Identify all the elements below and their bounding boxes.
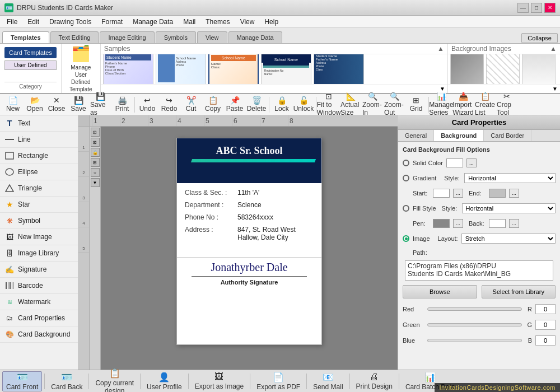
tab-image-editing[interactable]: Image Editing bbox=[100, 31, 154, 43]
crop-tool-btn[interactable]: ✂Crop Tool bbox=[496, 95, 517, 114]
tool-new-image[interactable]: 🖼 New Image bbox=[0, 229, 78, 245]
print-design-btn[interactable]: 🖨 Print Design bbox=[352, 371, 396, 391]
side-tool-4[interactable]: ⊞ bbox=[91, 158, 100, 167]
r-input[interactable] bbox=[535, 304, 556, 314]
back-dots[interactable]: ... bbox=[509, 219, 519, 228]
tool-triangle[interactable]: Triangle bbox=[0, 180, 78, 197]
back-color[interactable] bbox=[489, 219, 506, 228]
browse-btn[interactable]: Browse bbox=[403, 285, 477, 298]
tool-watermark[interactable]: ≋ Watermark bbox=[0, 294, 78, 310]
green-slider[interactable] bbox=[427, 323, 522, 326]
close-btn[interactable]: ✕ bbox=[544, 3, 556, 13]
fill-style-select[interactable]: Horizontal Vertical bbox=[462, 203, 556, 213]
create-list-btn[interactable]: 📋Create List bbox=[474, 95, 496, 114]
lock-btn[interactable]: 🔒Lock bbox=[271, 95, 292, 114]
paste-btn[interactable]: 📌Paste bbox=[224, 95, 245, 114]
grid-btn[interactable]: ⊞Grid bbox=[405, 95, 427, 114]
tool-text[interactable]: T Text bbox=[0, 115, 78, 132]
tab-manage-data[interactable]: Manage Data bbox=[228, 31, 282, 43]
minimize-btn[interactable]: — bbox=[517, 3, 529, 13]
gradient-end-dots[interactable]: ... bbox=[509, 189, 519, 198]
menu-themes[interactable]: Themes bbox=[201, 17, 234, 27]
side-tool-5[interactable]: ○ bbox=[91, 168, 100, 177]
gradient-start-dots[interactable]: ... bbox=[453, 189, 463, 198]
maximize-btn[interactable]: □ bbox=[531, 3, 542, 13]
export-image-btn[interactable]: 🖼 Export as Image bbox=[191, 371, 248, 391]
collapse-btn[interactable]: Collapse bbox=[521, 33, 558, 43]
tool-rectangle[interactable]: Rectangle bbox=[0, 148, 78, 164]
card-templates-btn[interactable]: Card Templates bbox=[4, 47, 57, 58]
side-tool-3[interactable]: 🔒 bbox=[91, 148, 100, 157]
delete-btn[interactable]: 🗑️Delete bbox=[246, 95, 267, 114]
bg-scroll-up[interactable]: ▲ bbox=[550, 45, 557, 53]
tool-symbol[interactable]: ❋ Symbol bbox=[0, 213, 78, 229]
menu-help[interactable]: Help bbox=[260, 17, 283, 27]
menu-mail[interactable]: Mail bbox=[179, 17, 200, 27]
copy-design-btn[interactable]: 📋 Copy currentdesign bbox=[91, 371, 138, 391]
bg-thumb-1[interactable] bbox=[450, 54, 484, 84]
tab-symbols[interactable]: Symbols bbox=[156, 31, 196, 43]
gradient-radio[interactable] bbox=[403, 175, 409, 181]
sample-3[interactable]: School Name Name:Class: bbox=[208, 54, 259, 84]
actual-size-btn[interactable]: 📐Actual Size bbox=[340, 95, 361, 114]
card-back-btn[interactable]: 🪪 Card Back bbox=[47, 371, 86, 391]
gradient-style-select[interactable]: Horizontal Vertical Diagonal bbox=[464, 173, 556, 183]
unlock-btn[interactable]: 🔓Unlock bbox=[293, 95, 314, 114]
print-btn[interactable]: 🖨️Print bbox=[111, 95, 133, 114]
tool-image-library[interactable]: 🗄 Image Library bbox=[0, 245, 78, 262]
solid-color-dots[interactable]: ... bbox=[466, 158, 477, 167]
tool-card-background[interactable]: 🎨 Card Background bbox=[0, 326, 78, 343]
red-slider[interactable] bbox=[427, 307, 522, 311]
fill-style-radio[interactable] bbox=[403, 205, 409, 212]
tab-view[interactable]: View bbox=[197, 31, 227, 43]
manage-series-btn[interactable]: 📊Manage Series bbox=[431, 95, 452, 114]
solid-color-radio[interactable] bbox=[403, 160, 409, 166]
side-tool-6[interactable]: ▼ bbox=[91, 178, 100, 187]
sample-5[interactable]: Student NameFather's NameAddressPhoneCla… bbox=[314, 54, 364, 84]
side-tool-1[interactable]: ⊡ bbox=[91, 128, 100, 137]
cut-btn[interactable]: ✂️Cut bbox=[180, 95, 202, 114]
send-mail-btn[interactable]: 📧 Send Mail bbox=[309, 371, 347, 391]
layout-select[interactable]: Stretch Tile Center bbox=[461, 234, 556, 244]
side-tool-2[interactable]: ⊠ bbox=[91, 138, 100, 147]
open-btn[interactable]: 📂Open bbox=[24, 95, 45, 114]
tool-barcode[interactable]: Barcode bbox=[0, 278, 78, 294]
menu-drawing-tools[interactable]: Drawing Tools bbox=[45, 17, 96, 27]
b-input[interactable] bbox=[535, 335, 556, 346]
menu-format[interactable]: Format bbox=[97, 17, 127, 27]
tab-background[interactable]: Background bbox=[434, 130, 484, 141]
manage-udt-section[interactable]: 🗂️ ManageUserDefinedTemplate bbox=[62, 44, 101, 93]
menu-edit[interactable]: Edit bbox=[23, 17, 44, 27]
sample-4[interactable]: School Name Registration NoName: bbox=[261, 54, 311, 84]
menu-file[interactable]: File bbox=[2, 17, 22, 27]
redo-btn[interactable]: ↪Redo bbox=[158, 95, 180, 114]
blue-slider[interactable] bbox=[427, 339, 522, 342]
pen-color[interactable] bbox=[433, 219, 450, 228]
tool-line[interactable]: Line bbox=[0, 132, 78, 148]
copy-btn[interactable]: 📋Copy bbox=[202, 95, 223, 114]
select-library-btn[interactable]: Select from Library bbox=[482, 285, 556, 298]
user-defined-btn[interactable]: User Defined bbox=[4, 60, 57, 70]
zoom-in-btn[interactable]: 🔍Zoom-In bbox=[362, 95, 383, 114]
tool-star[interactable]: ★ Star bbox=[0, 197, 78, 213]
tool-card-properties[interactable]: 🗂 Card Properties bbox=[0, 310, 78, 326]
close-doc-btn[interactable]: ✕Close bbox=[46, 95, 67, 114]
bg-thumb-3[interactable] bbox=[522, 54, 556, 84]
save-as-btn[interactable]: 💾Save as bbox=[90, 95, 111, 114]
samples-scroll-down[interactable]: ▼ bbox=[440, 86, 445, 92]
tab-templates[interactable]: Templates bbox=[2, 31, 49, 43]
gradient-end-color[interactable] bbox=[489, 189, 506, 198]
samples-scroll-up[interactable]: ▲ bbox=[437, 45, 444, 53]
undo-btn[interactable]: ↩Undo bbox=[137, 95, 158, 114]
new-btn[interactable]: 📄New bbox=[2, 95, 24, 114]
g-input[interactable] bbox=[535, 320, 556, 330]
bg-scroll-down[interactable]: ▼ bbox=[552, 86, 558, 92]
save-btn[interactable]: 💾Save bbox=[68, 95, 89, 114]
pen-dots[interactable]: ... bbox=[453, 219, 463, 228]
tab-text-editing[interactable]: Text Editing bbox=[50, 31, 99, 43]
fit-window-btn[interactable]: ⊡Fit to Window bbox=[318, 95, 339, 114]
export-pdf-btn[interactable]: 📄 Export as PDF bbox=[253, 371, 304, 391]
card-front-btn[interactable]: 🪪 Card Front bbox=[2, 371, 42, 391]
sample-1[interactable]: Student Name Father's NamePhoneDate of B… bbox=[103, 54, 153, 84]
tab-card-border[interactable]: Card Border bbox=[484, 130, 531, 141]
